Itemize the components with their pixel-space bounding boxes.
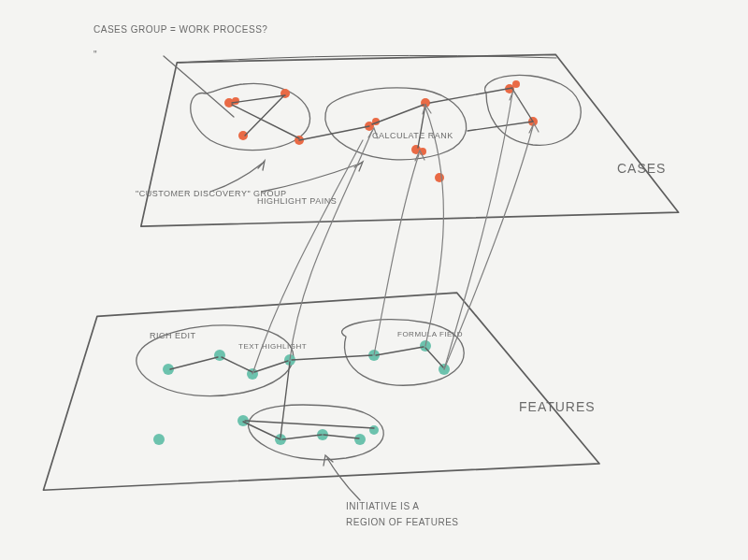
arrow-customer-discovery — [210, 164, 262, 192]
svg-text:": " — [94, 50, 97, 60]
svg-point-4 — [238, 131, 248, 140]
label-cases: CASES — [617, 161, 666, 176]
arrow-initiative — [327, 458, 360, 500]
annotation-initiative-line1: INITIATIVE IS A — [346, 501, 419, 511]
label-features: FEATURES — [519, 399, 596, 414]
dots-features — [153, 340, 450, 445]
svg-point-3 — [280, 89, 290, 98]
label-highlight-pains: highlight pains — [257, 196, 337, 206]
label-text-highlight: TEXT HIGHLIGHT — [238, 342, 307, 351]
arrow-highlight-pains — [262, 164, 360, 192]
annotation-initiative-line2: REGION OF FEATURES — [346, 517, 459, 527]
annotation-cases-group: CASES GROUP = WORK PROCESS? — [94, 24, 267, 35]
blob-cases-right — [485, 75, 582, 145]
svg-point-13 — [512, 80, 520, 88]
svg-point-26 — [354, 434, 366, 445]
svg-point-16 — [214, 350, 225, 361]
concept-sketch: CASES CASES GROUP = WORK PROCESS? " CALC… — [0, 0, 748, 560]
svg-point-22 — [153, 434, 165, 445]
label-calculate-rank: CALCULATE RANK — [372, 131, 453, 140]
svg-point-27 — [369, 425, 379, 435]
edges-features — [170, 347, 443, 439]
blob-cases-mid — [325, 88, 467, 160]
svg-point-11 — [435, 173, 444, 182]
arrow-cases-group — [164, 56, 234, 117]
label-rich-edit: RICH EDIT — [150, 331, 196, 340]
blob-cases-left — [191, 83, 310, 150]
svg-point-2 — [232, 97, 239, 105]
blob-features-bottom — [249, 405, 384, 460]
